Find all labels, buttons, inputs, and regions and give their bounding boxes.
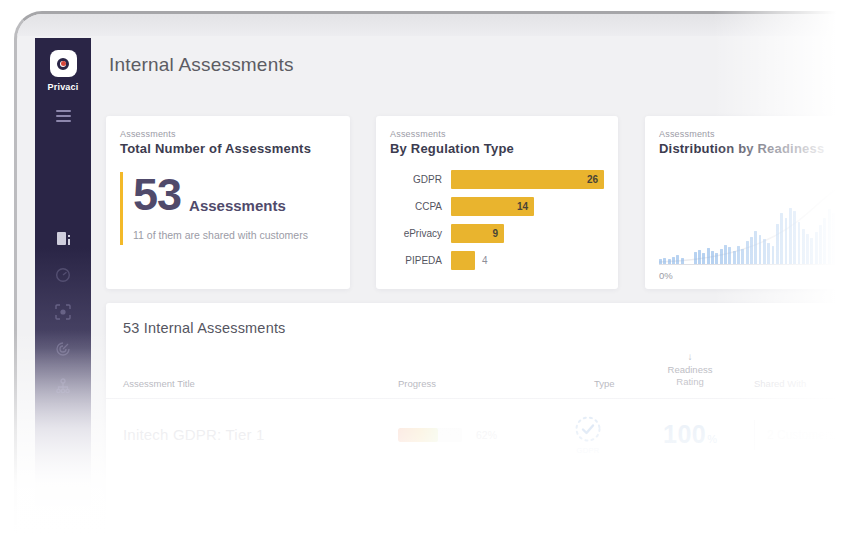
verified-check-icon: [574, 415, 602, 443]
progress-cell: 62%: [398, 428, 556, 442]
readiness-unit: %: [707, 433, 717, 445]
assessment-title[interactable]: Initech GDPR: Tier 1: [123, 426, 398, 443]
page-title: Internal Assessments: [109, 54, 294, 76]
readiness-histogram: [659, 173, 853, 265]
col-assessment-title[interactable]: Assessment Title: [123, 378, 398, 389]
type-cell: GDPR: [556, 415, 620, 455]
card-title: Total Number of Assessments: [120, 141, 336, 156]
sidebar: Privaci: [35, 38, 91, 535]
card-eyebrow: Assessments: [120, 129, 336, 139]
histogram-bars: [659, 173, 853, 264]
total-count: 53: [133, 174, 181, 217]
card-distribution-readiness: Assessments Distribution by Readiness 0%: [645, 116, 853, 289]
card-total-assessments: Assessments Total Number of Assessments …: [106, 116, 350, 289]
shared-with-cell: 2 Customers: [744, 420, 853, 450]
col-shared-with[interactable]: Shared With: [744, 378, 853, 389]
target-icon[interactable]: [55, 341, 71, 357]
regulation-bar-row: ePrivacy9: [390, 224, 604, 243]
assessments-list-icon[interactable]: [55, 230, 71, 246]
scan-focus-icon[interactable]: [55, 304, 71, 320]
progress-fill: [398, 428, 438, 442]
progress-bar: [398, 428, 462, 442]
col-progress[interactable]: Progress: [398, 378, 556, 389]
hierarchy-icon[interactable]: [55, 378, 71, 394]
total-count-label: Assessments: [189, 197, 286, 214]
sidebar-nav: [55, 230, 71, 394]
table-header-row: Assessment Title Progress Type ↓ Readine…: [106, 350, 853, 399]
regulation-bar-row: CCPA14: [390, 197, 604, 216]
table-title: 53 Internal Assessments: [106, 303, 853, 336]
card-title: Distribution by Readiness: [659, 141, 853, 156]
card-eyebrow: Assessments: [390, 129, 604, 139]
card-eyebrow: Assessments: [659, 129, 853, 139]
readiness-cell: 100%: [636, 420, 744, 449]
table-row[interactable]: Initech GDPR: Tier 1 62% GDPR 100%: [106, 399, 853, 471]
brand-name: Privaci: [48, 82, 79, 92]
window-bezel: [17, 14, 853, 36]
card-by-regulation: Assessments By Regulation Type GDPR26CCP…: [376, 116, 618, 289]
axis-start-label: 0%: [659, 270, 673, 281]
gauge-icon[interactable]: [55, 267, 71, 283]
privaci-logo-icon: [50, 50, 77, 77]
total-subtitle: 11 of them are shared with customers: [133, 229, 308, 241]
type-label: GDPR: [577, 446, 600, 455]
regulation-chart: GDPR26CCPA14ePrivacy9PIPEDA4: [390, 170, 604, 270]
marketing-stage: Privaci Internal A: [0, 0, 853, 535]
assessments-table-card: 53 Internal Assessments Assessment Title…: [106, 303, 853, 535]
shared-with-value: 2 Customers: [767, 428, 835, 442]
progress-label: 62%: [476, 429, 497, 441]
card-title: By Regulation Type: [390, 141, 604, 156]
col-readiness-rating[interactable]: ↓ Readiness Rating: [636, 350, 744, 389]
app-window: Privaci Internal A: [14, 11, 853, 535]
col-type[interactable]: Type: [556, 378, 636, 389]
accent-line: [120, 172, 123, 245]
regulation-bar-row: GDPR26: [390, 170, 604, 189]
readiness-value: 100: [663, 420, 706, 448]
regulation-bar-row: PIPEDA4: [390, 251, 604, 270]
cell-divider: [754, 420, 755, 450]
sort-descending-icon[interactable]: ↓: [636, 350, 744, 363]
menu-icon[interactable]: [56, 110, 71, 122]
